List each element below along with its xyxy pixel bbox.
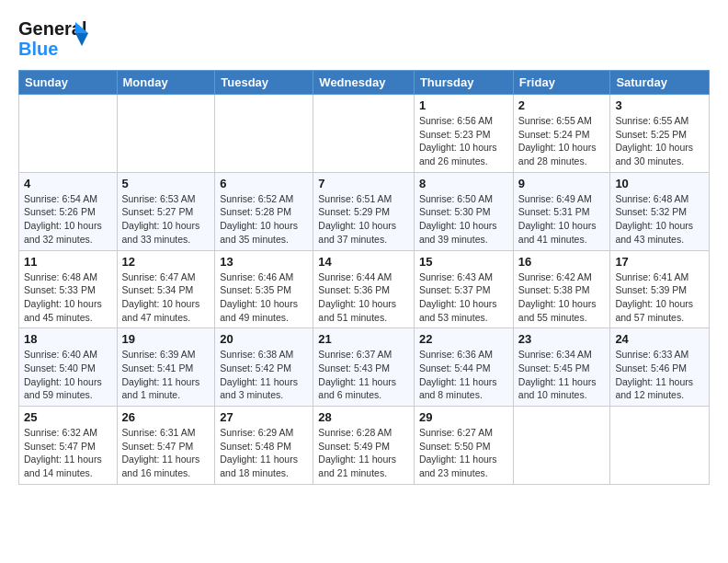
- day-info: Sunrise: 6:52 AM Sunset: 5:28 PM Dayligh…: [220, 192, 308, 247]
- calendar-cell: 10Sunrise: 6:48 AM Sunset: 5:32 PM Dayli…: [610, 172, 710, 250]
- header-sunday: Sunday: [19, 71, 118, 95]
- page: GeneralBlue SundayMondayTuesdayWednesday…: [0, 0, 728, 563]
- day-info: Sunrise: 6:39 AM Sunset: 5:41 PM Dayligh…: [122, 348, 210, 402]
- day-number: 14: [318, 255, 409, 269]
- day-number: 28: [318, 410, 409, 424]
- day-number: 26: [122, 410, 210, 424]
- day-info: Sunrise: 6:48 AM Sunset: 5:33 PM Dayligh…: [24, 270, 112, 325]
- week-row-4: 18Sunrise: 6:40 AM Sunset: 5:40 PM Dayli…: [19, 328, 710, 407]
- day-number: 19: [122, 332, 210, 346]
- day-info: Sunrise: 6:29 AM Sunset: 5:48 PM Dayligh…: [220, 426, 308, 480]
- calendar-cell: 13Sunrise: 6:46 AM Sunset: 5:35 PM Dayli…: [215, 250, 313, 328]
- day-info: Sunrise: 6:56 AM Sunset: 5:23 PM Dayligh…: [419, 114, 508, 168]
- header-saturday: Saturday: [610, 71, 710, 95]
- day-number: 10: [615, 177, 704, 190]
- calendar-cell: 4Sunrise: 6:54 AM Sunset: 5:26 PM Daylig…: [19, 172, 118, 250]
- calendar-cell: 16Sunrise: 6:42 AM Sunset: 5:38 PM Dayli…: [513, 250, 610, 328]
- calendar-cell: [513, 407, 610, 485]
- day-number: 6: [220, 177, 308, 190]
- day-info: Sunrise: 6:28 AM Sunset: 5:49 PM Dayligh…: [318, 426, 409, 480]
- day-info: Sunrise: 6:44 AM Sunset: 5:36 PM Dayligh…: [318, 270, 409, 325]
- week-row-3: 11Sunrise: 6:48 AM Sunset: 5:33 PM Dayli…: [19, 250, 710, 328]
- calendar-cell: 26Sunrise: 6:31 AM Sunset: 5:47 PM Dayli…: [117, 407, 215, 485]
- logo-icon: GeneralBlue: [18, 15, 92, 61]
- week-row-2: 4Sunrise: 6:54 AM Sunset: 5:26 PM Daylig…: [19, 172, 710, 250]
- day-info: Sunrise: 6:33 AM Sunset: 5:46 PM Dayligh…: [615, 348, 704, 402]
- day-number: 20: [220, 332, 308, 346]
- calendar-cell: 21Sunrise: 6:37 AM Sunset: 5:43 PM Dayli…: [313, 328, 415, 407]
- calendar-cell: 1Sunrise: 6:56 AM Sunset: 5:23 PM Daylig…: [414, 95, 513, 173]
- calendar-cell: 19Sunrise: 6:39 AM Sunset: 5:41 PM Dayli…: [117, 328, 215, 407]
- day-number: 29: [419, 410, 508, 424]
- day-number: 15: [419, 255, 508, 269]
- day-number: 4: [24, 177, 112, 190]
- calendar-cell: [610, 407, 710, 485]
- day-info: Sunrise: 6:47 AM Sunset: 5:34 PM Dayligh…: [122, 270, 210, 325]
- header-wednesday: Wednesday: [313, 71, 415, 95]
- day-info: Sunrise: 6:32 AM Sunset: 5:47 PM Dayligh…: [24, 426, 112, 480]
- calendar-cell: 20Sunrise: 6:38 AM Sunset: 5:42 PM Dayli…: [215, 328, 313, 407]
- calendar-cell: 17Sunrise: 6:41 AM Sunset: 5:39 PM Dayli…: [610, 250, 710, 328]
- day-number: 3: [615, 98, 704, 112]
- day-info: Sunrise: 6:34 AM Sunset: 5:45 PM Dayligh…: [518, 348, 606, 402]
- day-info: Sunrise: 6:46 AM Sunset: 5:35 PM Dayligh…: [220, 270, 308, 325]
- day-number: 17: [615, 255, 704, 269]
- calendar-cell: 8Sunrise: 6:50 AM Sunset: 5:30 PM Daylig…: [414, 172, 513, 250]
- calendar-cell: 6Sunrise: 6:52 AM Sunset: 5:28 PM Daylig…: [215, 172, 313, 250]
- day-number: 25: [24, 410, 112, 424]
- day-info: Sunrise: 6:49 AM Sunset: 5:31 PM Dayligh…: [518, 192, 606, 247]
- calendar-cell: 15Sunrise: 6:43 AM Sunset: 5:37 PM Dayli…: [414, 250, 513, 328]
- calendar-cell: 29Sunrise: 6:27 AM Sunset: 5:50 PM Dayli…: [414, 407, 513, 485]
- calendar-cell: 5Sunrise: 6:53 AM Sunset: 5:27 PM Daylig…: [117, 172, 215, 250]
- header-tuesday: Tuesday: [215, 71, 313, 95]
- day-info: Sunrise: 6:40 AM Sunset: 5:40 PM Dayligh…: [24, 348, 112, 402]
- day-info: Sunrise: 6:41 AM Sunset: 5:39 PM Dayligh…: [615, 270, 704, 325]
- calendar-header-row: SundayMondayTuesdayWednesdayThursdayFrid…: [19, 71, 710, 95]
- calendar-cell: 23Sunrise: 6:34 AM Sunset: 5:45 PM Dayli…: [513, 328, 610, 407]
- day-number: 22: [419, 332, 508, 346]
- day-number: 16: [518, 255, 606, 269]
- week-row-1: 1Sunrise: 6:56 AM Sunset: 5:23 PM Daylig…: [19, 95, 710, 173]
- svg-text:Blue: Blue: [18, 39, 58, 59]
- day-number: 9: [518, 177, 606, 190]
- day-number: 18: [24, 332, 112, 346]
- day-number: 1: [419, 98, 508, 112]
- day-number: 23: [518, 332, 606, 346]
- day-info: Sunrise: 6:27 AM Sunset: 5:50 PM Dayligh…: [419, 426, 508, 480]
- calendar-cell: [215, 95, 313, 173]
- day-info: Sunrise: 6:50 AM Sunset: 5:30 PM Dayligh…: [419, 192, 508, 247]
- day-info: Sunrise: 6:53 AM Sunset: 5:27 PM Dayligh…: [122, 192, 210, 247]
- calendar-cell: 22Sunrise: 6:36 AM Sunset: 5:44 PM Dayli…: [414, 328, 513, 407]
- day-info: Sunrise: 6:31 AM Sunset: 5:47 PM Dayligh…: [122, 426, 210, 480]
- header-friday: Friday: [513, 71, 610, 95]
- calendar-table: SundayMondayTuesdayWednesdayThursdayFrid…: [18, 70, 710, 485]
- calendar-cell: 25Sunrise: 6:32 AM Sunset: 5:47 PM Dayli…: [19, 407, 118, 485]
- calendar-cell: 7Sunrise: 6:51 AM Sunset: 5:29 PM Daylig…: [313, 172, 415, 250]
- day-number: 11: [24, 255, 112, 269]
- calendar-cell: 28Sunrise: 6:28 AM Sunset: 5:49 PM Dayli…: [313, 407, 415, 485]
- svg-marker-3: [75, 33, 88, 46]
- calendar-cell: [19, 95, 118, 173]
- calendar-cell: [313, 95, 415, 173]
- day-info: Sunrise: 6:51 AM Sunset: 5:29 PM Dayligh…: [318, 192, 409, 247]
- day-info: Sunrise: 6:43 AM Sunset: 5:37 PM Dayligh…: [419, 270, 508, 325]
- header: GeneralBlue: [18, 15, 710, 61]
- calendar-cell: 18Sunrise: 6:40 AM Sunset: 5:40 PM Dayli…: [19, 328, 118, 407]
- calendar-cell: 2Sunrise: 6:55 AM Sunset: 5:24 PM Daylig…: [513, 95, 610, 173]
- day-number: 24: [615, 332, 704, 346]
- calendar-cell: 24Sunrise: 6:33 AM Sunset: 5:46 PM Dayli…: [610, 328, 710, 407]
- day-info: Sunrise: 6:42 AM Sunset: 5:38 PM Dayligh…: [518, 270, 606, 325]
- day-info: Sunrise: 6:48 AM Sunset: 5:32 PM Dayligh…: [615, 192, 704, 247]
- calendar-cell: 3Sunrise: 6:55 AM Sunset: 5:25 PM Daylig…: [610, 95, 710, 173]
- day-info: Sunrise: 6:55 AM Sunset: 5:24 PM Dayligh…: [518, 114, 606, 168]
- day-info: Sunrise: 6:37 AM Sunset: 5:43 PM Dayligh…: [318, 348, 409, 402]
- week-row-5: 25Sunrise: 6:32 AM Sunset: 5:47 PM Dayli…: [19, 407, 710, 485]
- calendar-cell: 14Sunrise: 6:44 AM Sunset: 5:36 PM Dayli…: [313, 250, 415, 328]
- day-number: 5: [122, 177, 210, 190]
- day-number: 21: [318, 332, 409, 346]
- day-info: Sunrise: 6:54 AM Sunset: 5:26 PM Dayligh…: [24, 192, 112, 247]
- day-info: Sunrise: 6:55 AM Sunset: 5:25 PM Dayligh…: [615, 114, 704, 168]
- day-number: 8: [419, 177, 508, 190]
- header-thursday: Thursday: [414, 71, 513, 95]
- day-number: 7: [318, 177, 409, 190]
